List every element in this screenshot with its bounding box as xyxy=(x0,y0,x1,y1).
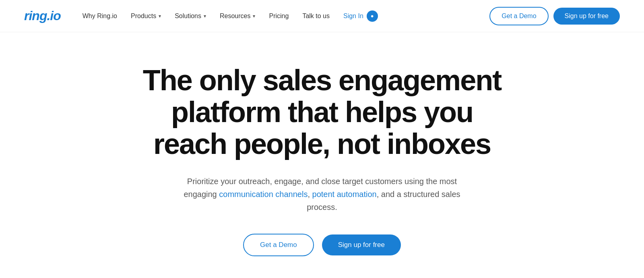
nav-item-talk-to-us[interactable]: Talk to us xyxy=(297,9,335,23)
nav-item-resources[interactable]: Resources xyxy=(214,9,261,23)
nav-links: Why Ring.io Products Solutions Resources… xyxy=(77,7,490,25)
hero-link-channels[interactable]: communication channels xyxy=(219,190,308,199)
hero-title: The only sales engagement platform that … xyxy=(141,64,503,160)
nav-right: Get a Demo Sign up for free xyxy=(489,7,620,25)
hero-get-demo-button[interactable]: Get a Demo xyxy=(243,234,314,256)
hero-buttons: Get a Demo Sign up for free xyxy=(243,234,401,256)
nav-item-why-ringio[interactable]: Why Ring.io xyxy=(77,9,123,23)
nav-item-products[interactable]: Products xyxy=(125,9,167,23)
nav-item-pricing[interactable]: Pricing xyxy=(263,9,294,23)
nav-item-sign-in[interactable]: Sign In ● xyxy=(338,7,384,25)
user-icon: ● xyxy=(367,10,378,22)
get-demo-button[interactable]: Get a Demo xyxy=(489,7,548,25)
hero-subtitle: Prioritize your outreach, engage, and cl… xyxy=(177,175,467,214)
logo-text: ring.io xyxy=(24,8,61,23)
hero-sign-up-button[interactable]: Sign up for free xyxy=(322,234,401,255)
hero-link-automation[interactable]: potent automation xyxy=(312,190,377,199)
hero-section: The only sales engagement platform that … xyxy=(0,32,644,278)
navbar: ring.io Why Ring.io Products Solutions R… xyxy=(0,0,644,32)
logo[interactable]: ring.io xyxy=(24,8,61,23)
sign-up-button[interactable]: Sign up for free xyxy=(553,8,620,25)
nav-item-solutions[interactable]: Solutions xyxy=(169,9,212,23)
